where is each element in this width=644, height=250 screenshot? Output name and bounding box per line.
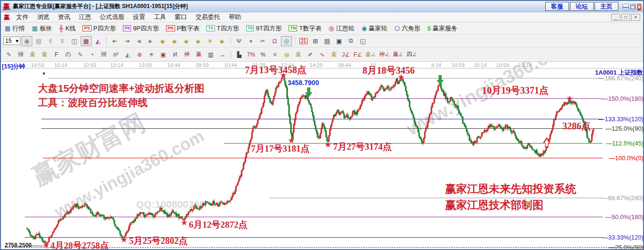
export-icon[interactable]: ◱ <box>357 36 368 46</box>
angle-j-icon[interactable]: J∠ <box>340 49 352 60</box>
save-icon[interactable]: ▣ <box>334 36 345 46</box>
toolbar-item-6[interactable]: TST四方形 <box>206 24 239 33</box>
titlebar-button-2[interactable]: 主页 <box>595 2 618 11</box>
angle-flag-icon[interactable]: ◭ <box>122 49 133 60</box>
candle-style-icon[interactable]: ◫ <box>69 36 80 46</box>
column-chart-icon[interactable]: ▙ <box>233 49 245 60</box>
toolbar-item-2[interactable]: ╫K线 <box>59 24 76 33</box>
gold-circle-icon[interactable]: ◎ <box>281 49 292 60</box>
nav-first-icon[interactable]: ⇤ <box>110 36 121 46</box>
toolbar-item-12[interactable]: $赢家服务 <box>427 24 457 33</box>
percent7-icon[interactable]: 7% <box>245 49 257 60</box>
star-marker-icon: ★ <box>288 136 295 144</box>
titlebar-button-1[interactable]: 论坛 <box>570 2 594 11</box>
mdi-minimize-button[interactable]: _ <box>611 14 620 21</box>
angle-shen-icon[interactable]: 神∠ <box>378 49 391 60</box>
zoom-inward-icon[interactable]: ◈ <box>193 36 204 46</box>
angle-four-icon[interactable]: 四∠ <box>405 49 419 60</box>
h-measure-icon[interactable]: ↔ <box>217 49 228 60</box>
brain-tool-icon[interactable]: ◎ <box>281 36 292 46</box>
hand-tool-icon[interactable]: Ψ <box>233 36 244 46</box>
period-select[interactable]: 15 ▾ <box>3 37 20 45</box>
toolbar-item-10[interactable]: ◉赢家轮 <box>362 24 387 33</box>
menu-item-1[interactable]: 浏览 <box>33 13 54 21</box>
ruler-icon[interactable]: ▥ <box>205 49 216 60</box>
wave-n-icon[interactable]: И <box>169 49 181 60</box>
toolbar-item-5[interactable]: PNP数字表 <box>166 24 199 33</box>
draw-pen-icon[interactable]: ✎ <box>3 49 15 60</box>
gold-section-icon[interactable]: 金 <box>27 49 38 60</box>
nav-prev-icon[interactable]: ◄ <box>133 36 144 46</box>
restore-button[interactable]: ❐ <box>630 4 636 10</box>
menu-item-9[interactable]: 帮助 <box>224 13 245 21</box>
pen2-icon[interactable]: ✎ <box>75 49 86 60</box>
bars-9-icon[interactable]: ʬ <box>57 36 68 46</box>
crosshair-icon[interactable]: + <box>245 36 256 46</box>
n-square-icon[interactable]: n² <box>110 49 121 60</box>
toolbar-item-3[interactable]: PSP四方形 <box>83 24 116 33</box>
titlebar-button-0[interactable]: 客服 <box>545 2 569 11</box>
menu-item-5[interactable]: 设置 <box>129 13 149 21</box>
bars-3-icon[interactable]: ʬ <box>45 36 56 46</box>
spiral-tool-icon[interactable]: ◉ <box>21 36 32 46</box>
toolbar-separator <box>231 50 231 59</box>
mdi-close-button[interactable]: × <box>631 14 640 21</box>
app-logo-icon: 赢 <box>3 3 10 10</box>
mdi-restore-button[interactable]: □ <box>621 14 630 21</box>
menu-item-8[interactable]: 交易委托 <box>191 13 224 21</box>
pattern-search-icon[interactable]: ▩ <box>81 36 92 46</box>
shen-tool-icon[interactable]: 神 <box>181 49 193 60</box>
menu-item-7[interactable]: 窗口 <box>170 13 191 21</box>
report-icon[interactable]: ▤ <box>33 36 44 46</box>
menu-item-2[interactable]: 资讯 <box>54 13 75 21</box>
box-grid-icon[interactable]: ▣ <box>158 49 169 60</box>
nav-last-icon[interactable]: ⇥ <box>121 36 132 46</box>
zoom-right-icon[interactable]: ◈ <box>169 36 180 46</box>
star-rays-icon[interactable]: ✳ <box>146 49 157 60</box>
cut-tool-icon[interactable]: ✂ <box>257 36 268 46</box>
percent-icon[interactable]: % <box>257 49 269 60</box>
screenshot-icon[interactable]: ⧉ <box>345 36 356 46</box>
percent-lines-icon[interactable]: ≡ <box>269 49 280 60</box>
zoom-star-icon[interactable]: ✳ <box>205 36 215 46</box>
ying-tool-icon[interactable]: 赢 <box>193 49 205 60</box>
time-cycle-icon[interactable]: ◔ <box>86 49 98 60</box>
menu-item-6[interactable]: 工具 <box>149 13 170 21</box>
angle-gold-icon[interactable]: 金∠ <box>364 49 377 60</box>
toolbar-item-9[interactable]: ◎江恩轮 <box>328 24 354 33</box>
toolbar-item-11[interactable]: ⬡六角形 <box>394 24 420 33</box>
fibo-f-icon[interactable]: F <box>51 49 62 60</box>
gold-lines-icon[interactable]: 金 <box>293 49 304 60</box>
menu-item-0[interactable]: 文件 <box>12 13 33 21</box>
gann-grid-icon[interactable]: 卌 <box>15 49 27 60</box>
toolbar-item-4[interactable]: P99P四方形 <box>123 24 159 33</box>
toolbar-item-0[interactable]: ▦行情 <box>5 24 25 33</box>
notes-icon[interactable]: ▤ <box>322 36 333 46</box>
grid2-icon[interactable]: 卌 <box>98 49 110 60</box>
gold-section2-icon[interactable]: 金 <box>39 49 50 60</box>
toolbar-item-1[interactable]: ▩板块 <box>32 24 52 33</box>
chart-area[interactable]: [15]分钟 1A0001 上证指数 ▼ 赢家财富网www.yingjia360… <box>1 62 644 250</box>
brush-icon[interactable]: ✐ <box>305 49 316 60</box>
zoom-left-icon[interactable]: ◈ <box>157 36 168 46</box>
minimize-button[interactable]: — <box>623 4 629 10</box>
color-histogram-icon[interactable]: ◭ <box>93 36 103 46</box>
zoom-horizontal-icon[interactable]: ◈ <box>181 36 192 46</box>
angle-ying-icon[interactable]: 赢∠ <box>392 49 405 60</box>
angle-f-icon[interactable]: F∠ <box>352 49 364 60</box>
calendar-icon[interactable]: 21 <box>298 36 309 46</box>
menu-item-4[interactable]: 公式选股 <box>95 13 129 21</box>
nav-next-icon[interactable]: ► <box>145 36 156 46</box>
wave-line-icon[interactable]: ∿ <box>317 49 328 60</box>
t-number-icon: TN <box>289 25 297 31</box>
spiral-line-icon[interactable]: の <box>63 49 74 60</box>
calculator-icon[interactable]: ⊞ <box>310 36 321 46</box>
gold-lines2-icon[interactable]: 金 <box>328 49 340 60</box>
zoom-vertical-icon[interactable]: ◈ <box>216 36 227 46</box>
menu-item-3[interactable]: 江恩 <box>75 13 95 21</box>
anchor-tool-icon[interactable]: Ω <box>269 36 280 46</box>
toolbar-item-8[interactable]: TNT数字表 <box>289 24 321 33</box>
toolbar-item-7[interactable]: T99T四方形 <box>246 24 282 33</box>
circle-cross-icon[interactable]: ⊕ <box>134 49 145 60</box>
close-button[interactable]: × <box>637 4 641 10</box>
